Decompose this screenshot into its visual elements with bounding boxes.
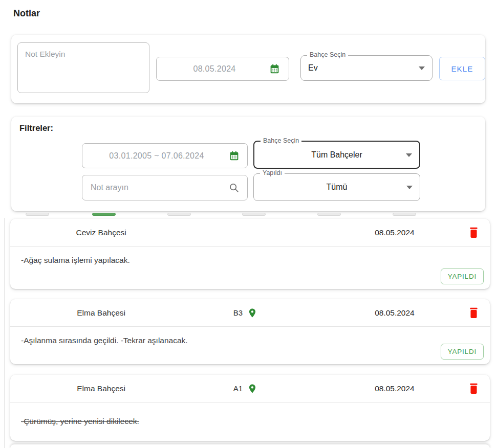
clipped-button: [393, 213, 416, 216]
filter-garden-select-value: Tüm Bahçeler: [254, 150, 419, 160]
chevron-down-icon: [406, 153, 412, 157]
garden-select-label: Bahçe Seçin: [307, 51, 348, 58]
garden-select-value: Ev: [308, 63, 318, 73]
note-date: 08.05.2024: [306, 228, 418, 237]
filter-garden-select-label: Bahçe Seçin: [261, 137, 301, 144]
note-location: B3: [185, 308, 306, 318]
calendar-icon[interactable]: [269, 63, 280, 74]
trash-icon: [469, 227, 479, 238]
note-garden-name: Elma Bahçesi: [17, 308, 185, 318]
trash-icon: [469, 383, 479, 394]
note-text: -Çürümüş, yerine yenisi dikilecek.: [21, 417, 428, 426]
add-note-button[interactable]: EKLE: [439, 57, 485, 80]
note-card: Elma Bahçesi A1 08.05.2024: [10, 375, 490, 441]
list-container-edge: [4, 218, 5, 448]
trash-icon: [469, 307, 479, 319]
note-garden-name: Elma Bahçesi: [17, 384, 185, 393]
note-body: -Aşılanma sırasında geçildi. -Tekrar aşı…: [10, 327, 490, 364]
delete-note-button[interactable]: [418, 307, 483, 319]
note-header: Ceviz Bahçesi 08.05.2024: [10, 219, 490, 247]
note-location-code: B3: [233, 308, 243, 317]
done-button[interactable]: YAPILDI: [441, 344, 484, 360]
filters-heading: Filtreler:: [19, 123, 53, 133]
clipped-button: [167, 213, 191, 216]
filter-done-select-label: Yapıldı: [260, 169, 285, 176]
note-date: 08.05.2024: [306, 384, 418, 393]
filters-card: Filtreler: Bahçe Seçi: [11, 117, 485, 211]
note-location-code: A1: [233, 384, 243, 393]
page-title: Notlar: [13, 8, 40, 19]
note-search-input[interactable]: [82, 175, 248, 200]
note-date-field: [156, 57, 289, 81]
note-card: Elma Bahçesi B3 08.05.2024: [10, 299, 490, 364]
note-card: Ceviz Bahçesi 08.05.2024: [10, 219, 490, 289]
note-text: -Aşılanma sırasında geçildi. -Tekrar aşı…: [21, 336, 428, 345]
note-body: -Çürümüş, yerine yenisi dikilecek.: [10, 402, 490, 441]
filter-done-select-value: Tümü: [254, 183, 420, 192]
note-body: -Ağaç sulama işlemi yapılacak. YAPILDI: [10, 247, 490, 289]
done-button[interactable]: YAPILDI: [441, 268, 484, 284]
filter-garden-select[interactable]: Bahçe Seçin Tüm Bahçeler: [253, 141, 420, 169]
note-date: 08.05.2024: [306, 308, 418, 318]
next-note-card-partial: [10, 444, 490, 448]
location-pin-icon[interactable]: [247, 308, 257, 318]
location-pin-icon[interactable]: [247, 384, 257, 394]
clipped-button: [242, 213, 266, 216]
filter-daterange-input[interactable]: [82, 143, 248, 168]
filter-done-select[interactable]: Yapıldı Tümü: [253, 173, 420, 201]
notes-list: Ceviz Bahçesi 08.05.2024: [10, 219, 490, 448]
delete-note-button[interactable]: [418, 383, 483, 394]
add-note-card: Bahçe Seçin Ev EKLE: [11, 35, 485, 103]
filter-daterange-field: [82, 143, 248, 168]
chevron-down-icon: [406, 186, 413, 189]
delete-note-button[interactable]: [418, 227, 483, 238]
calendar-icon[interactable]: [229, 150, 240, 161]
garden-select[interactable]: Bahçe Seçin Ev: [300, 55, 433, 81]
note-header: Elma Bahçesi A1 08.05.2024: [10, 375, 490, 402]
chevron-down-icon: [419, 66, 425, 70]
note-search-field: [82, 175, 248, 200]
clipped-button: [92, 213, 116, 216]
note-text: -Ağaç sulama işlemi yapılacak.: [21, 256, 428, 265]
note-header: Elma Bahçesi B3 08.05.2024: [10, 299, 490, 327]
note-garden-name: Ceviz Bahçesi: [17, 228, 185, 237]
clipped-button: [26, 213, 49, 216]
note-input[interactable]: [17, 42, 149, 93]
note-location: A1: [185, 384, 306, 394]
clipped-button: [317, 213, 341, 216]
search-icon: [228, 182, 240, 193]
